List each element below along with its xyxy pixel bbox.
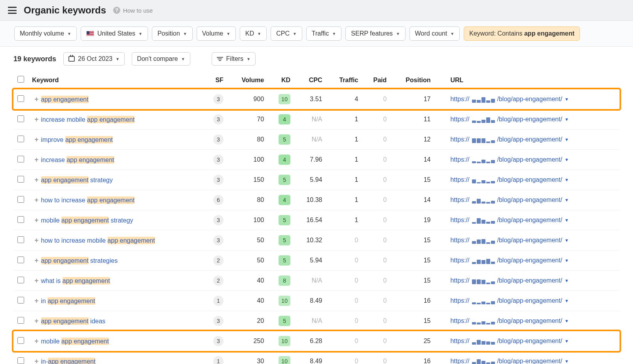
keyword-link[interactable]: improve app engagement: [41, 136, 113, 143]
row-checkbox[interactable]: [17, 317, 24, 324]
expand-icon[interactable]: +: [32, 176, 41, 184]
url-cell[interactable]: https:///blog/app-engagement/▼: [450, 257, 616, 264]
keyword-link[interactable]: how to increase app engagement: [41, 196, 135, 204]
expand-icon[interactable]: +: [32, 236, 41, 244]
row-checkbox[interactable]: [17, 136, 24, 142]
sf-badge[interactable]: 2: [213, 255, 224, 266]
expand-icon[interactable]: +: [32, 256, 41, 264]
expand-icon[interactable]: +: [32, 216, 41, 224]
url-dropdown-icon[interactable]: ▼: [565, 359, 569, 364]
col-sf[interactable]: SF: [203, 71, 227, 89]
url-dropdown-icon[interactable]: ▼: [565, 258, 569, 263]
expand-icon[interactable]: +: [32, 337, 41, 345]
url-cell[interactable]: https:///blog/app-engagement/▼: [450, 176, 616, 183]
url-cell[interactable]: https:///blog/app-engagement/▼: [450, 317, 616, 324]
sf-badge[interactable]: 3: [213, 155, 224, 165]
sf-badge[interactable]: 3: [213, 215, 224, 225]
url-cell[interactable]: https:///blog/app-engagement/▼: [450, 217, 616, 224]
url-cell[interactable]: https:///blog/app-engagement/▼: [450, 237, 616, 244]
keyword-link[interactable]: mobile app engagement strategy: [41, 217, 133, 224]
col-position[interactable]: Position: [390, 71, 434, 89]
expand-icon[interactable]: +: [32, 95, 41, 103]
url-cell[interactable]: https:///blog/app-engagement/▼: [450, 297, 616, 304]
row-checkbox[interactable]: [17, 277, 24, 283]
col-kd[interactable]: KD: [268, 71, 294, 89]
position-filter[interactable]: Position▼: [152, 26, 193, 41]
keyword-link[interactable]: what is app engagement: [41, 277, 110, 285]
sf-badge[interactable]: 2: [213, 275, 224, 286]
col-paid[interactable]: Paid: [362, 71, 390, 89]
sf-badge[interactable]: 3: [213, 114, 224, 124]
url-dropdown-icon[interactable]: ▼: [565, 177, 569, 182]
sf-badge[interactable]: 3: [213, 94, 224, 104]
url-dropdown-icon[interactable]: ▼: [565, 238, 569, 243]
row-checkbox[interactable]: [17, 297, 24, 304]
sf-badge[interactable]: 1: [213, 296, 224, 306]
expand-icon[interactable]: +: [32, 297, 41, 305]
keyword-link[interactable]: increase mobile app engagement: [41, 116, 135, 123]
traffic-filter[interactable]: Traffic▼: [306, 26, 341, 41]
url-dropdown-icon[interactable]: ▼: [565, 218, 569, 223]
word-count-filter[interactable]: Word count▼: [409, 26, 460, 41]
row-checkbox[interactable]: [17, 236, 24, 243]
row-checkbox[interactable]: [17, 357, 24, 364]
col-traffic[interactable]: Traffic: [326, 71, 362, 89]
expand-icon[interactable]: +: [32, 115, 41, 123]
url-dropdown-icon[interactable]: ▼: [565, 339, 569, 343]
url-dropdown-icon[interactable]: ▼: [565, 97, 569, 102]
expand-icon[interactable]: +: [32, 317, 41, 325]
row-checkbox[interactable]: [17, 176, 24, 183]
expand-icon[interactable]: +: [32, 357, 41, 364]
compare-dropdown[interactable]: Don't compare▼: [132, 52, 190, 66]
row-checkbox[interactable]: [17, 156, 24, 162]
url-dropdown-icon[interactable]: ▼: [565, 319, 569, 323]
row-checkbox[interactable]: [17, 115, 24, 122]
expand-icon[interactable]: +: [32, 277, 41, 285]
sf-badge[interactable]: 3: [213, 175, 224, 185]
url-dropdown-icon[interactable]: ▼: [565, 278, 569, 283]
country-filter[interactable]: United States▼: [81, 26, 148, 41]
url-cell[interactable]: https:///blog/app-engagement/▼: [450, 136, 616, 143]
url-cell[interactable]: https:///blog/app-engagement/▼: [450, 358, 616, 364]
keyword-link[interactable]: app engagement strategies: [41, 257, 118, 264]
keyword-link[interactable]: app engagement: [41, 96, 89, 103]
url-cell[interactable]: https:///blog/app-engagement/▼: [450, 196, 616, 204]
keyword-link[interactable]: app engagement strategy: [41, 176, 113, 184]
serp-features-filter[interactable]: SERP features▼: [345, 26, 405, 41]
url-dropdown-icon[interactable]: ▼: [565, 117, 569, 122]
url-cell[interactable]: https:///blog/app-engagement/▼: [450, 338, 616, 345]
col-volume[interactable]: Volume: [227, 71, 268, 89]
row-checkbox[interactable]: [17, 337, 24, 344]
row-checkbox[interactable]: [17, 196, 24, 203]
expand-icon[interactable]: +: [32, 196, 41, 204]
keyword-link[interactable]: in-app engagement: [41, 358, 96, 364]
keyword-link[interactable]: increase app engagement: [41, 156, 114, 164]
url-cell[interactable]: https:///blog/app-engagement/▼: [450, 116, 616, 123]
url-cell[interactable]: https:///blog/app-engagement/▼: [450, 96, 616, 103]
sf-badge[interactable]: 3: [213, 235, 224, 245]
kd-filter[interactable]: KD▼: [240, 26, 267, 41]
how-to-use-link[interactable]: ? How to use: [113, 7, 153, 14]
expand-icon[interactable]: +: [32, 156, 41, 164]
cpc-filter[interactable]: CPC▼: [271, 26, 302, 41]
sf-badge[interactable]: 1: [213, 356, 224, 364]
keyword-link[interactable]: mobile app engagement: [41, 338, 109, 345]
date-picker[interactable]: 26 Oct 2023▼: [63, 52, 125, 66]
sf-badge[interactable]: 3: [213, 134, 224, 145]
volume-filter[interactable]: Volume▼: [197, 26, 236, 41]
active-keyword-filter[interactable]: Keyword: Contains app engagement: [464, 26, 580, 41]
url-dropdown-icon[interactable]: ▼: [565, 137, 569, 142]
sf-badge[interactable]: 6: [213, 195, 224, 205]
sf-badge[interactable]: 3: [213, 336, 224, 346]
sf-badge[interactable]: 3: [213, 316, 224, 326]
url-cell[interactable]: https:///blog/app-engagement/▼: [450, 156, 616, 163]
row-checkbox[interactable]: [17, 216, 24, 223]
url-dropdown-icon[interactable]: ▼: [565, 298, 569, 303]
menu-icon[interactable]: [8, 7, 17, 14]
url-dropdown-icon[interactable]: ▼: [565, 157, 569, 162]
row-checkbox[interactable]: [17, 95, 24, 102]
keyword-link[interactable]: how to increase mobile app engagement: [41, 237, 155, 244]
col-url[interactable]: URL: [434, 71, 620, 89]
url-cell[interactable]: https:///blog/app-engagement/▼: [450, 277, 616, 284]
keyword-link[interactable]: app engagement ideas: [41, 317, 106, 325]
